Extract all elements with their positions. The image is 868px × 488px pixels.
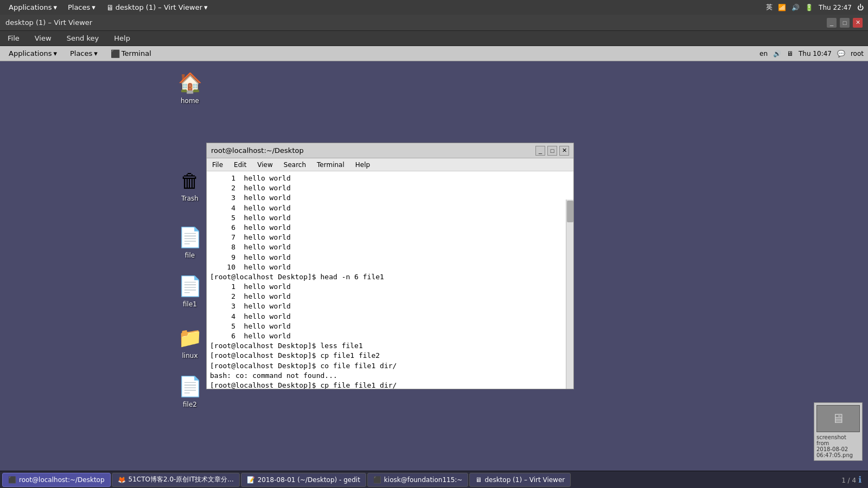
desktop-icon-file1[interactable]: 📄 file1 <box>168 271 212 310</box>
vv-sendkey-menu[interactable]: Send key <box>63 33 103 43</box>
term-cmd-head: [root@localhost Desktop]$ head -n 6 file… <box>210 272 570 282</box>
terminal-minimize-button[interactable]: _ <box>535 146 545 156</box>
term-cmd-cp2: [root@localhost Desktop]$ cp file file1 … <box>210 381 570 389</box>
virt-viewer-menubar: File View Send key Help <box>0 31 868 46</box>
term-line-5: 5 hello world <box>210 213 570 223</box>
term-edit-menu[interactable]: Edit <box>232 160 248 169</box>
battery-icon: 🔋 <box>805 4 813 11</box>
term-view-menu[interactable]: View <box>255 160 275 169</box>
term-cmd-cp1: [root@localhost Desktop]$ cp file1 file2 <box>210 351 570 361</box>
term-line-2: 2 hello world <box>210 183 570 193</box>
term-file-menu[interactable]: File <box>210 160 225 169</box>
trash-icon-label: Trash <box>181 195 199 202</box>
vm-topbar-left: Applications ▾ Places ▾ ⬛ Terminal <box>4 48 156 59</box>
taskbar-firefox-icon: 🦊 <box>118 476 126 484</box>
thumb-icon: 🖥 <box>832 411 845 426</box>
terminal-title: root@localhost:~/Desktop <box>211 146 304 155</box>
terminal-menubar: File Edit View Search Terminal Help <box>207 158 573 171</box>
terminal-controls: _ □ ✕ <box>535 146 569 156</box>
vm-topbar-right: en 🔊 🖥 Thu 10:47 💬 root <box>760 50 864 57</box>
applications-menu[interactable]: Applications ▾ <box>4 2 61 12</box>
vm-applications-arrow: ▾ <box>53 49 57 57</box>
vm-places-label: Places <box>70 49 92 57</box>
places-menu[interactable]: Places ▾ <box>63 2 100 12</box>
vm-terminal-menu[interactable]: ⬛ Terminal <box>106 48 156 59</box>
term-search-menu[interactable]: Search <box>282 160 308 169</box>
virt-viewer-controls: _ □ ✕ <box>827 18 863 28</box>
window-menu[interactable]: 🖥 desktop (1) – Virt Viewer ▾ <box>102 2 212 13</box>
applications-label: Applications <box>9 3 52 11</box>
page-indicator: 1 / 4 <box>841 477 856 484</box>
power-icon[interactable]: ⏻ <box>857 4 864 11</box>
term-h-line-3: 3 hello world <box>210 301 570 311</box>
window-icon: 🖥 <box>106 3 114 12</box>
desktop-icon-file2[interactable]: 📄 file2 <box>168 371 212 410</box>
desktop-icon-linux[interactable]: 📁 linux <box>168 323 212 362</box>
file-icon: 📄 <box>177 224 203 251</box>
file1-icon: 📄 <box>177 273 203 299</box>
desktop-icon-file[interactable]: 📄 file <box>168 222 212 261</box>
window-arrow: ▾ <box>204 3 208 11</box>
taskbar-gedit-label: 2018-08-01 (~/Desktop) - gedit <box>258 476 360 484</box>
term-line-3: 3 hello world <box>210 193 570 203</box>
vm-applications-menu[interactable]: Applications ▾ <box>4 48 61 59</box>
desktop-icon-trash[interactable]: 🗑 Trash <box>168 165 212 204</box>
taskbar-firefox-item[interactable]: 🦊 51CTO博客2.0-原创IT技术文章分... <box>112 473 240 487</box>
thumb-date: 2018-08-02 <box>816 446 860 452</box>
vm-places-menu[interactable]: Places ▾ <box>66 48 102 59</box>
vm-screen-icon: 🖥 <box>787 50 793 57</box>
terminal-close-button[interactable]: ✕ <box>559 146 569 156</box>
taskbar-kiosk-label: kiosk@foundation115:~ <box>384 476 463 484</box>
system-bar: Applications ▾ Places ▾ 🖥 desktop (1) – … <box>0 0 868 15</box>
system-bar-right: 英 📶 🔊 🔋 Thu 22:47 ⏻ <box>766 3 864 12</box>
network-icon: 📶 <box>778 4 786 11</box>
taskbar-left: ⬛ root@localhost:~/Desktop 🦊 51CTO博客2.0-… <box>2 473 571 487</box>
file1-icon-label: file1 <box>183 300 197 308</box>
vv-file-menu[interactable]: File <box>4 33 23 43</box>
terminal-window: root@localhost:~/Desktop _ □ ✕ File Edit… <box>206 143 574 389</box>
screenshot-thumbnail: 🖥 screenshot from 2018-08-02 06:47:05.pn… <box>814 402 863 461</box>
places-label: Places <box>68 3 90 11</box>
system-bar-left: Applications ▾ Places ▾ 🖥 desktop (1) – … <box>4 2 212 13</box>
virt-viewer-titlebar: desktop (1) – Virt Viewer _ □ ✕ <box>0 15 868 31</box>
minimize-button[interactable]: _ <box>827 18 837 28</box>
vm-clock: Thu 10:47 <box>799 50 832 57</box>
vm-terminal-label: Terminal <box>122 49 151 57</box>
term-line-10: 10 hello world <box>210 262 570 272</box>
term-help-menu[interactable]: Help <box>353 160 372 169</box>
taskbar-terminal-item[interactable]: ⬛ root@localhost:~/Desktop <box>2 473 111 487</box>
term-h-line-2: 2 hello world <box>210 292 570 301</box>
terminal-icon-small: ⬛ <box>111 49 120 58</box>
vm-lang[interactable]: en <box>760 50 768 57</box>
close-button[interactable]: ✕ <box>853 18 863 28</box>
vv-view-menu[interactable]: View <box>31 33 55 43</box>
volume-icon[interactable]: 🔊 <box>792 4 800 11</box>
virt-viewer-window: desktop (1) – Virt Viewer _ □ ✕ File Vie… <box>0 15 868 488</box>
term-cmd-less: [root@localhost Desktop]$ less file1 <box>210 341 570 351</box>
taskbar-kiosk-item[interactable]: ⬛ kiosk@foundation115:~ <box>367 473 469 487</box>
terminal-scrollbar[interactable] <box>566 200 573 389</box>
file-icon-label: file <box>185 252 195 259</box>
vv-help-menu[interactable]: Help <box>111 33 133 43</box>
desktop-icon-home[interactable]: 🏠 home <box>168 68 212 107</box>
taskbar-right: 1 / 4 ℹ <box>841 474 866 485</box>
taskbar-terminal-label: root@localhost:~/Desktop <box>19 476 105 484</box>
term-terminal-menu[interactable]: Terminal <box>315 160 347 169</box>
lang-indicator[interactable]: 英 <box>766 3 773 12</box>
home-icon-label: home <box>181 97 199 105</box>
term-line-8: 8 hello world <box>210 242 570 252</box>
taskbar-virt-icon: 🖥 <box>475 476 482 484</box>
linux-folder-icon: 📁 <box>177 325 203 351</box>
taskbar-virt-item[interactable]: 🖥 desktop (1) – Virt Viewer <box>469 473 571 487</box>
term-line-7: 7 hello world <box>210 233 570 242</box>
terminal-maximize-button[interactable]: □ <box>547 146 557 156</box>
vm-topbar: Applications ▾ Places ▾ ⬛ Terminal en 🔊 … <box>0 46 868 61</box>
vm-notif-icon: 💬 <box>837 50 845 57</box>
maximize-button[interactable]: □ <box>840 18 850 28</box>
taskbar-info-icon[interactable]: ℹ <box>858 474 861 485</box>
terminal-content[interactable]: 1 hello world 2 hello world 3 hello worl… <box>207 171 573 389</box>
virt-viewer-title: desktop (1) – Virt Viewer <box>5 18 92 27</box>
vm-places-arrow: ▾ <box>94 49 98 57</box>
taskbar-gedit-item[interactable]: 📝 2018-08-01 (~/Desktop) - gedit <box>241 473 366 487</box>
clock: Thu 22:47 <box>819 4 852 11</box>
